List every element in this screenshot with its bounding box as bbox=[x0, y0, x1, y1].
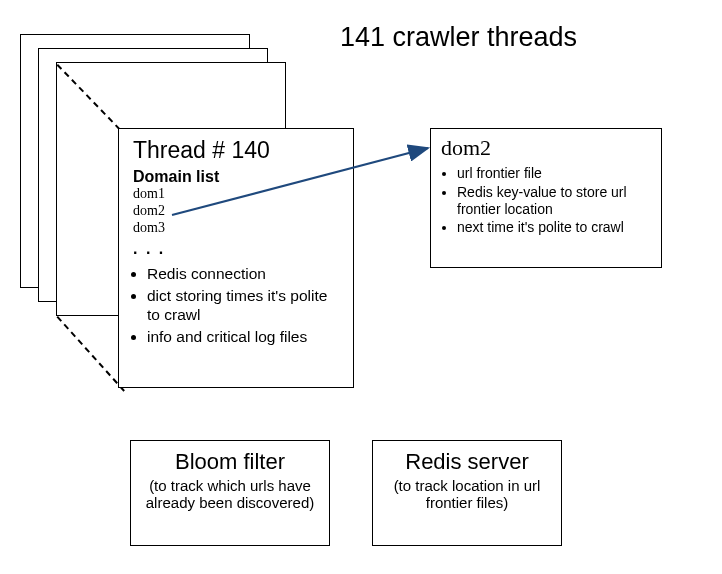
bloom-subtitle: (to track which urls have already been d… bbox=[137, 477, 323, 512]
bloom-title: Bloom filter bbox=[137, 449, 323, 475]
redis-title: Redis server bbox=[379, 449, 555, 475]
redis-server-box: Redis server (to track location in url f… bbox=[372, 440, 562, 546]
redis-subtitle: (to track location in url frontier files… bbox=[379, 477, 555, 512]
thread-bullet: info and critical log files bbox=[147, 327, 341, 346]
thread-bullet: Redis connection bbox=[147, 264, 341, 283]
domain-item-dom2: dom2 bbox=[133, 203, 341, 220]
dom2-bullet: next time it's polite to crawl bbox=[457, 219, 651, 236]
domain-item: dom3 bbox=[133, 220, 341, 237]
ellipsis: . . . bbox=[133, 240, 341, 258]
diagram-title: 141 crawler threads bbox=[340, 22, 577, 53]
dom2-bullet: url frontier file bbox=[457, 165, 651, 182]
dom2-bullets: url frontier file Redis key-value to sto… bbox=[441, 165, 651, 236]
dom2-box: dom2 url frontier file Redis key-value t… bbox=[430, 128, 662, 268]
dom2-bullet: Redis key-value to store url frontier lo… bbox=[457, 184, 651, 218]
bloom-filter-box: Bloom filter (to track which urls have a… bbox=[130, 440, 330, 546]
thread-card-front: Thread # 140 Domain list dom1 dom2 dom3 … bbox=[118, 128, 354, 388]
thread-title: Thread # 140 bbox=[133, 137, 341, 164]
thread-bullets: Redis connection dict storing times it's… bbox=[131, 264, 341, 346]
thread-bullet: dict storing times it's polite to crawl bbox=[147, 286, 341, 325]
domain-item: dom1 bbox=[133, 186, 341, 203]
dom2-title: dom2 bbox=[441, 135, 651, 161]
domain-list-label: Domain list bbox=[133, 168, 341, 186]
dashed-connector-bottom bbox=[57, 316, 125, 392]
